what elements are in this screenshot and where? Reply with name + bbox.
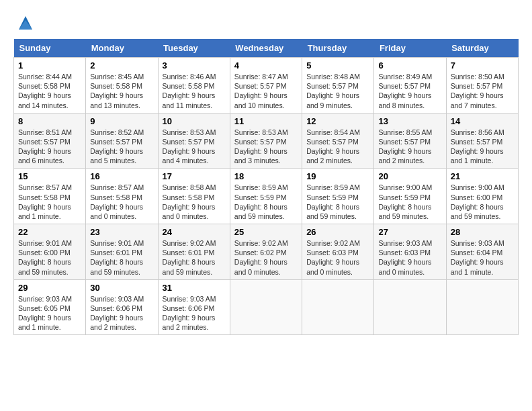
calendar-week-row: 15Sunrise: 8:57 AMSunset: 5:58 PMDayligh… [14,169,519,224]
cell-content: Sunrise: 8:53 AMSunset: 5:57 PMDaylight:… [163,128,226,166]
calendar-cell: 21Sunrise: 9:00 AMSunset: 6:00 PMDayligh… [446,169,518,224]
logo-icon [16,13,35,32]
weekday-header-tuesday: Tuesday [158,39,230,58]
calendar-cell: 22Sunrise: 9:01 AMSunset: 6:00 PMDayligh… [14,224,86,280]
day-number: 31 [163,283,226,293]
calendar-cell: 26Sunrise: 9:02 AMSunset: 6:03 PMDayligh… [302,224,374,280]
day-number: 12 [306,116,369,126]
weekday-header-saturday: Saturday [446,39,518,58]
cell-content: Sunrise: 8:59 AMSunset: 5:59 PMDaylight:… [306,183,369,221]
day-number: 20 [378,171,441,181]
cell-content: Sunrise: 8:55 AMSunset: 5:57 PMDaylight:… [378,128,441,166]
weekday-header-sunday: Sunday [14,39,86,58]
cell-content: Sunrise: 9:00 AMSunset: 6:00 PMDaylight:… [451,183,514,221]
day-number: 28 [451,227,514,237]
calendar-cell: 7Sunrise: 8:50 AMSunset: 5:57 PMDaylight… [446,58,518,113]
cell-content: Sunrise: 8:59 AMSunset: 5:59 PMDaylight:… [234,183,298,221]
calendar-cell [230,279,302,335]
cell-content: Sunrise: 8:58 AMSunset: 5:58 PMDaylight:… [163,183,226,221]
day-number: 30 [90,283,153,293]
cell-content: Sunrise: 9:03 AMSunset: 6:06 PMDaylight:… [90,294,153,332]
cell-content: Sunrise: 8:45 AMSunset: 5:58 PMDaylight:… [90,72,153,110]
calendar-cell: 15Sunrise: 8:57 AMSunset: 5:58 PMDayligh… [14,169,86,224]
day-number: 2 [90,60,153,71]
cell-content: Sunrise: 8:50 AMSunset: 5:57 PMDaylight:… [451,72,514,110]
cell-content: Sunrise: 9:03 AMSunset: 6:03 PMDaylight:… [378,238,441,277]
cell-content: Sunrise: 9:03 AMSunset: 6:04 PMDaylight:… [451,238,514,277]
calendar-week-row: 29Sunrise: 9:03 AMSunset: 6:05 PMDayligh… [14,279,519,335]
cell-content: Sunrise: 8:56 AMSunset: 5:57 PMDaylight:… [451,128,514,166]
cell-content: Sunrise: 8:48 AMSunset: 5:57 PMDaylight:… [306,72,369,110]
cell-content: Sunrise: 8:46 AMSunset: 5:58 PMDaylight:… [163,72,226,110]
calendar-cell: 5Sunrise: 8:48 AMSunset: 5:57 PMDaylight… [302,58,374,113]
calendar-cell: 28Sunrise: 9:03 AMSunset: 6:04 PMDayligh… [446,224,518,280]
calendar-cell: 3Sunrise: 8:46 AMSunset: 5:58 PMDaylight… [158,58,230,113]
calendar-cell: 10Sunrise: 8:53 AMSunset: 5:57 PMDayligh… [158,113,230,169]
logo [13,13,35,32]
calendar-cell: 31Sunrise: 9:03 AMSunset: 6:06 PMDayligh… [158,279,230,335]
cell-content: Sunrise: 8:57 AMSunset: 5:58 PMDaylight:… [90,183,153,221]
cell-content: Sunrise: 8:51 AMSunset: 5:57 PMDaylight:… [18,128,81,166]
cell-content: Sunrise: 9:01 AMSunset: 6:00 PMDaylight:… [18,238,81,277]
calendar-cell: 29Sunrise: 9:03 AMSunset: 6:05 PMDayligh… [14,279,86,335]
calendar-cell: 25Sunrise: 9:02 AMSunset: 6:02 PMDayligh… [230,224,302,280]
weekday-header-wednesday: Wednesday [230,39,302,58]
calendar-cell: 16Sunrise: 8:57 AMSunset: 5:58 PMDayligh… [86,169,158,224]
calendar-cell: 24Sunrise: 9:02 AMSunset: 6:01 PMDayligh… [158,224,230,280]
day-number: 4 [234,60,298,71]
calendar-cell: 2Sunrise: 8:45 AMSunset: 5:58 PMDaylight… [86,58,158,113]
day-number: 13 [378,116,441,126]
calendar-cell: 17Sunrise: 8:58 AMSunset: 5:58 PMDayligh… [158,169,230,224]
calendar-cell: 14Sunrise: 8:56 AMSunset: 5:57 PMDayligh… [446,113,518,169]
day-number: 27 [378,227,441,237]
calendar-cell [302,279,374,335]
day-number: 10 [163,116,226,126]
calendar-cell: 11Sunrise: 8:53 AMSunset: 5:57 PMDayligh… [230,113,302,169]
calendar-cell: 23Sunrise: 9:01 AMSunset: 6:01 PMDayligh… [86,224,158,280]
calendar-cell: 19Sunrise: 8:59 AMSunset: 5:59 PMDayligh… [302,169,374,224]
cell-content: Sunrise: 8:53 AMSunset: 5:57 PMDaylight:… [234,128,298,166]
day-number: 7 [451,60,514,71]
cell-content: Sunrise: 9:02 AMSunset: 6:02 PMDaylight:… [234,238,298,277]
calendar-cell [374,279,446,335]
calendar-cell: 20Sunrise: 9:00 AMSunset: 5:59 PMDayligh… [374,169,446,224]
page-header [13,13,519,32]
calendar-table: SundayMondayTuesdayWednesdayThursdayFrid… [13,39,519,335]
calendar-cell: 27Sunrise: 9:03 AMSunset: 6:03 PMDayligh… [374,224,446,280]
calendar-cell: 30Sunrise: 9:03 AMSunset: 6:06 PMDayligh… [86,279,158,335]
day-number: 19 [306,171,369,181]
weekday-header-thursday: Thursday [302,39,374,58]
cell-content: Sunrise: 9:03 AMSunset: 6:06 PMDaylight:… [163,294,226,332]
day-number: 15 [18,171,81,181]
calendar-cell: 12Sunrise: 8:54 AMSunset: 5:57 PMDayligh… [302,113,374,169]
day-number: 9 [90,116,153,126]
cell-content: Sunrise: 9:02 AMSunset: 6:01 PMDaylight:… [163,238,226,277]
calendar-cell [446,279,518,335]
day-number: 29 [18,283,81,293]
cell-content: Sunrise: 8:54 AMSunset: 5:57 PMDaylight:… [306,128,369,166]
calendar-cell: 18Sunrise: 8:59 AMSunset: 5:59 PMDayligh… [230,169,302,224]
day-number: 6 [378,60,441,71]
cell-content: Sunrise: 8:47 AMSunset: 5:57 PMDaylight:… [234,72,298,110]
cell-content: Sunrise: 9:02 AMSunset: 6:03 PMDaylight:… [306,238,369,277]
day-number: 11 [234,116,298,126]
day-number: 25 [234,227,298,237]
day-number: 5 [306,60,369,71]
cell-content: Sunrise: 9:00 AMSunset: 5:59 PMDaylight:… [378,183,441,221]
day-number: 14 [451,116,514,126]
calendar-cell: 1Sunrise: 8:44 AMSunset: 5:58 PMDaylight… [14,58,86,113]
cell-content: Sunrise: 8:57 AMSunset: 5:58 PMDaylight:… [18,183,81,221]
weekday-header-friday: Friday [374,39,446,58]
weekday-header-row: SundayMondayTuesdayWednesdayThursdayFrid… [14,39,519,58]
calendar-cell: 13Sunrise: 8:55 AMSunset: 5:57 PMDayligh… [374,113,446,169]
calendar-cell: 4Sunrise: 8:47 AMSunset: 5:57 PMDaylight… [230,58,302,113]
cell-content: Sunrise: 9:01 AMSunset: 6:01 PMDaylight:… [90,238,153,277]
day-number: 24 [163,227,226,237]
day-number: 21 [451,171,514,181]
day-number: 8 [18,116,81,126]
cell-content: Sunrise: 8:44 AMSunset: 5:58 PMDaylight:… [18,72,81,110]
day-number: 3 [163,60,226,71]
day-number: 16 [90,171,153,181]
calendar-week-row: 1Sunrise: 8:44 AMSunset: 5:58 PMDaylight… [14,58,519,113]
day-number: 17 [163,171,226,181]
